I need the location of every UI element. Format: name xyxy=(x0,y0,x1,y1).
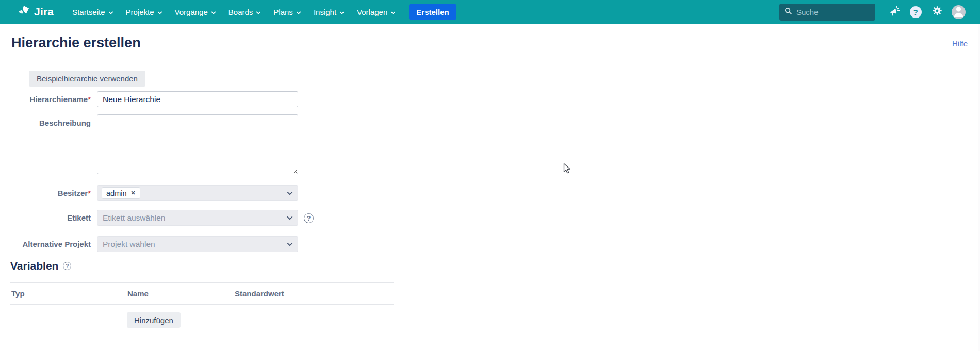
heading-text: Variablen xyxy=(10,260,58,272)
description-textarea[interactable] xyxy=(97,114,298,174)
chevron-down-icon xyxy=(211,8,216,17)
label-text: Besitzer xyxy=(58,189,88,197)
jira-logo[interactable]: Jira xyxy=(18,5,54,19)
mouse-cursor xyxy=(563,163,572,177)
chevron-down-icon xyxy=(286,190,293,199)
top-navbar: Jira Startseite Projekte Vorgänge Boards… xyxy=(0,0,980,24)
label-text: Hierarchiename xyxy=(30,95,88,104)
user-avatar[interactable] xyxy=(952,5,966,19)
remove-tag-icon[interactable]: ✕ xyxy=(131,190,136,196)
nav-item-label: Startseite xyxy=(72,8,105,16)
required-asterisk: * xyxy=(88,95,91,104)
alt-project-select[interactable]: Projekt wählen xyxy=(97,236,298,252)
chevron-down-icon xyxy=(256,8,261,17)
label-text: Alternative Projekt xyxy=(22,240,91,248)
nav-item-startseite[interactable]: Startseite xyxy=(66,0,119,24)
description-label: Beschreibung xyxy=(0,114,91,128)
chevron-down-icon xyxy=(339,8,345,17)
chevron-down-icon xyxy=(296,8,301,17)
search-icon xyxy=(785,7,792,17)
nav-item-label: Boards xyxy=(228,8,253,16)
label-text: Etikett xyxy=(67,213,91,222)
user-icon xyxy=(952,5,966,19)
nav-item-boards[interactable]: Boards xyxy=(222,0,268,24)
column-header-name: Name xyxy=(126,289,234,298)
required-asterisk: * xyxy=(88,189,91,197)
nav-item-label: Insight xyxy=(314,8,336,16)
column-header-typ: Typ xyxy=(10,289,126,298)
variables-table-header: Typ Name Standardwert xyxy=(10,283,394,305)
search-input[interactable] xyxy=(796,8,863,16)
nav-item-label: Plans xyxy=(273,8,293,16)
column-header-standardwert: Standardwert xyxy=(234,289,394,298)
help-button[interactable]: ? xyxy=(908,5,923,19)
select-placeholder: Projekt wählen xyxy=(102,240,155,249)
jira-logo-text: Jira xyxy=(34,6,54,18)
chevron-down-icon xyxy=(286,241,293,250)
nav-item-label: Vorgänge xyxy=(175,8,208,16)
tag-label: admin xyxy=(106,189,127,197)
select-placeholder: Etikett auswählen xyxy=(102,213,166,223)
label-text: Beschreibung xyxy=(39,119,91,127)
nav-item-insight[interactable]: Insight xyxy=(307,0,351,24)
help-icon: ? xyxy=(910,6,922,18)
chevron-down-icon xyxy=(108,8,113,17)
chevron-down-icon xyxy=(157,8,162,17)
settings-button[interactable] xyxy=(930,5,944,19)
gear-icon xyxy=(932,5,943,19)
app-window: Jira Startseite Projekte Vorgänge Boards… xyxy=(0,0,980,351)
create-button[interactable]: Erstellen xyxy=(409,4,456,20)
owner-label: Besitzer* xyxy=(0,185,91,201)
variables-table: Typ Name Standardwert xyxy=(10,282,394,305)
hierarchy-name-label: Hierarchiename* xyxy=(0,91,91,107)
variables-heading: Variablen ? xyxy=(10,260,71,272)
chevron-down-icon xyxy=(390,8,396,17)
nav-item-projekte[interactable]: Projekte xyxy=(120,0,169,24)
nav-item-label: Projekte xyxy=(126,8,154,16)
nav-item-label: Vorlagen xyxy=(357,8,387,16)
owner-select[interactable]: admin ✕ xyxy=(97,185,298,201)
label-help-icon[interactable]: ? xyxy=(304,213,314,223)
alt-project-label: Alternative Projekt xyxy=(0,236,91,252)
megaphone-icon xyxy=(888,5,900,19)
hierarchy-name-input[interactable] xyxy=(97,91,298,107)
label-select[interactable]: Etikett auswählen xyxy=(97,210,298,226)
use-sample-hierarchy-button[interactable]: Beispielhierarchie verwenden xyxy=(29,71,145,87)
announcements-button[interactable] xyxy=(887,5,901,19)
nav-item-vorlagen[interactable]: Vorlagen xyxy=(351,0,402,24)
owner-tag-admin: admin ✕ xyxy=(102,187,140,199)
nav-item-vorgaenge[interactable]: Vorgänge xyxy=(169,0,222,24)
search-box[interactable] xyxy=(779,4,875,21)
page-title: Hierarchie erstellen xyxy=(11,35,141,51)
nav-item-plans[interactable]: Plans xyxy=(267,0,307,24)
vertical-scrollbar[interactable] xyxy=(978,24,980,351)
label-field-label: Etikett xyxy=(0,210,91,226)
variables-help-icon[interactable]: ? xyxy=(63,262,71,270)
navbar-icons: ? xyxy=(887,5,966,19)
jira-logo-icon xyxy=(18,5,30,19)
chevron-down-icon xyxy=(286,214,293,224)
add-variable-button[interactable]: Hinzufügen xyxy=(127,312,181,328)
help-link[interactable]: Hilfe xyxy=(952,39,968,48)
